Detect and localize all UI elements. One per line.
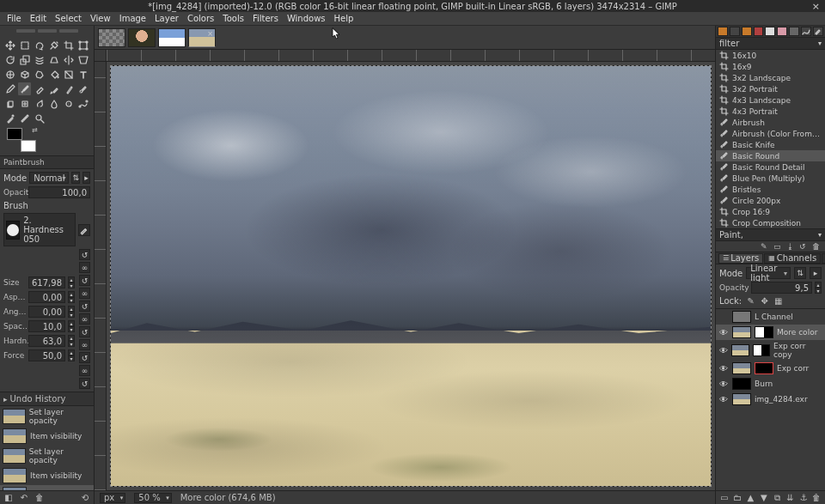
- swap-colors-icon[interactable]: ⇄: [32, 126, 38, 134]
- layer-thumb[interactable]: [732, 378, 751, 390]
- fg-color-swatch[interactable]: [7, 128, 22, 140]
- unit-combo[interactable]: px: [100, 493, 125, 503]
- doc-tab-4-active[interactable]: ×: [188, 28, 216, 47]
- tool-flip[interactable]: [62, 53, 75, 66]
- link-aspect-icon[interactable]: ∞: [79, 288, 90, 299]
- lock-alpha-icon[interactable]: ▦: [773, 296, 783, 306]
- mode-combo[interactable]: Normal: [29, 172, 69, 184]
- tool-eraser[interactable]: [33, 82, 46, 95]
- layer-mode-menu-icon[interactable]: ▸: [810, 267, 822, 279]
- tool-gradient[interactable]: [62, 68, 75, 81]
- aspect-slider[interactable]: 0,00: [28, 291, 65, 303]
- layer-opacity-slider[interactable]: 9,5: [751, 282, 812, 294]
- layer-row[interactable]: 👁Burn: [716, 376, 825, 392]
- preset-item[interactable]: Crop Composition: [716, 217, 825, 228]
- preset-item[interactable]: 4x3 Portrait: [716, 106, 825, 117]
- doc-tab-3[interactable]: [158, 28, 186, 47]
- options-restore-icon[interactable]: ↶: [19, 493, 29, 503]
- tool-heal[interactable]: [18, 97, 31, 110]
- link-size-icon[interactable]: ∞: [79, 262, 90, 273]
- rtab-fonts-icon[interactable]: [754, 27, 764, 36]
- spacing-slider[interactable]: 10,0: [28, 320, 65, 332]
- preset-restore-icon[interactable]: ↺: [799, 242, 809, 252]
- preset-item[interactable]: Crop 16:9: [716, 206, 825, 217]
- canvas[interactable]: [110, 65, 712, 487]
- layer-row[interactable]: 👁Exp corr copy: [716, 340, 825, 361]
- preset-edit-icon[interactable]: ✎: [761, 242, 770, 252]
- undo-item[interactable]: Item visibility: [0, 427, 94, 446]
- visibility-toggle-icon[interactable]: 👁: [718, 346, 728, 355]
- preset-item[interactable]: Basic Round Detail: [716, 161, 825, 173]
- tool-perspective[interactable]: [76, 53, 89, 66]
- layer-row[interactable]: 👁Exp corr: [716, 361, 825, 376]
- preset-filter[interactable]: filter: [716, 38, 825, 50]
- layer-mask-thumb[interactable]: [753, 344, 770, 356]
- preset-save-icon[interactable]: ⭳: [786, 242, 796, 252]
- preset-item[interactable]: 3x2 Landscape: [716, 72, 825, 83]
- link-angle-icon[interactable]: ∞: [79, 313, 90, 325]
- visibility-toggle-icon[interactable]: 👁: [718, 380, 729, 389]
- preset-item[interactable]: Airbrush: [716, 117, 825, 128]
- angle-slider[interactable]: 0,00: [28, 306, 65, 318]
- doc-tab-2[interactable]: [128, 28, 156, 47]
- tool-path[interactable]: [76, 97, 89, 110]
- layer-mask-thumb[interactable]: [755, 326, 773, 338]
- lock-position-icon[interactable]: ✥: [760, 296, 769, 306]
- reset-spacing-icon[interactable]: ↺: [79, 326, 90, 337]
- size-up[interactable]: ▴: [68, 276, 75, 282]
- ruler-horizontal[interactable]: [107, 50, 715, 62]
- menu-colors[interactable]: Colors: [184, 13, 217, 24]
- layer-mode-combo[interactable]: Linear light: [746, 267, 791, 279]
- new-layer-icon[interactable]: ▭: [719, 493, 730, 503]
- tool-zoom[interactable]: [33, 112, 46, 124]
- tool-rect-select[interactable]: [18, 39, 31, 52]
- tool-handle-transform[interactable]: [3, 68, 16, 81]
- preset-item[interactable]: Circle 200px: [716, 195, 825, 206]
- tool-ink[interactable]: [62, 82, 75, 95]
- opacity-slider[interactable]: 100,0: [28, 186, 90, 198]
- rtab-palettes-icon[interactable]: [777, 27, 787, 36]
- visibility-toggle-icon[interactable]: 👁: [718, 364, 729, 373]
- preset-item[interactable]: Airbrush (Color From Gradient): [716, 128, 825, 139]
- rtab-dynamics-icon[interactable]: [801, 27, 811, 36]
- menu-help[interactable]: Help: [331, 13, 358, 24]
- rtab-mypaint-icon[interactable]: [789, 27, 799, 36]
- tool-pencil[interactable]: [3, 82, 16, 95]
- options-delete-icon[interactable]: 🗑: [34, 493, 45, 503]
- delete-layer-icon[interactable]: 🗑: [811, 493, 822, 503]
- reset-size-icon[interactable]: ↺: [79, 249, 90, 260]
- preset-new-icon[interactable]: ▭: [773, 242, 783, 252]
- tool-unified-transform[interactable]: [76, 39, 89, 52]
- preset-item[interactable]: Blue Pen (Multiply): [716, 173, 825, 184]
- tool-smudge[interactable]: [33, 97, 46, 110]
- preset-item[interactable]: 3x2 Portrait: [716, 83, 825, 94]
- tool-warp[interactable]: [33, 53, 46, 66]
- brush-edit-icon[interactable]: [78, 224, 90, 236]
- layer-mask-thumb[interactable]: [755, 362, 773, 374]
- tool-blur[interactable]: [47, 97, 60, 110]
- tool-free-select[interactable]: [33, 39, 46, 52]
- preset-item[interactable]: 4x3 Landscape: [716, 94, 825, 106]
- mode-swap-icon[interactable]: ⇅: [71, 172, 80, 184]
- layer-down-icon[interactable]: ▼: [759, 493, 769, 503]
- options-reset-icon[interactable]: ⟲: [80, 493, 90, 503]
- tool-cage[interactable]: [33, 68, 46, 81]
- rtab-tool-presets-icon[interactable]: [813, 27, 823, 36]
- reset-force-icon[interactable]: ↺: [79, 378, 90, 389]
- tool-move[interactable]: [3, 39, 16, 52]
- menu-layer[interactable]: Layer: [151, 13, 182, 24]
- lock-pixels-icon[interactable]: ✎: [746, 296, 755, 306]
- preset-delete-icon[interactable]: 🗑: [812, 242, 822, 252]
- tool-airbrush[interactable]: [47, 82, 60, 95]
- tool-crop[interactable]: [62, 39, 75, 52]
- menu-image[interactable]: Image: [116, 13, 150, 24]
- menu-tools[interactable]: Tools: [219, 13, 248, 24]
- fg-bg-colors[interactable]: ⇄: [7, 128, 36, 152]
- close-tab-icon[interactable]: ×: [207, 30, 213, 38]
- layer-thumb[interactable]: [732, 311, 751, 323]
- tab-layers[interactable]: ☰ Layers: [718, 253, 763, 264]
- brush-preview[interactable]: 2. Hardness 050: [3, 213, 76, 246]
- tool-color-picker[interactable]: [3, 112, 16, 124]
- visibility-toggle-icon[interactable]: 👁: [718, 395, 729, 404]
- visibility-toggle-icon[interactable]: 👁: [718, 328, 729, 337]
